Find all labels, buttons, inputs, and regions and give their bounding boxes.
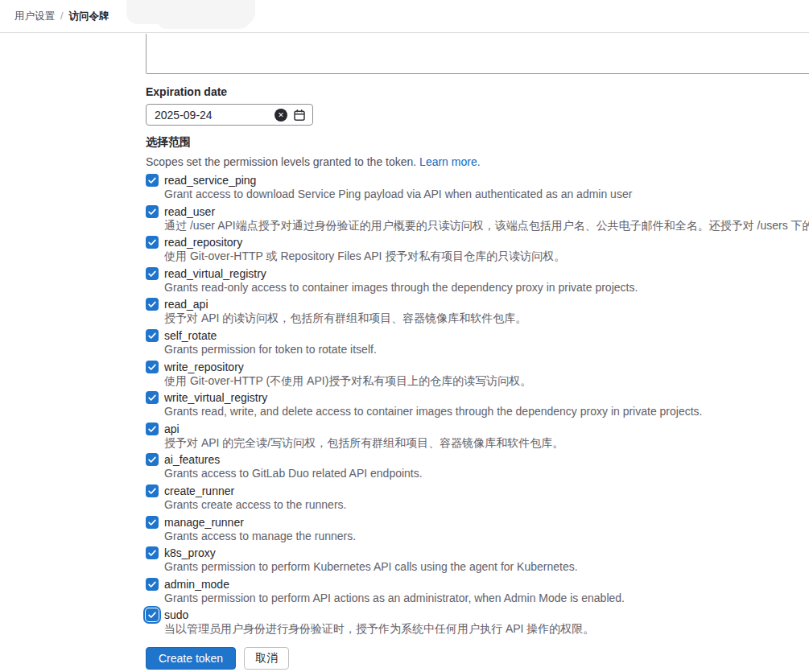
checkmark-icon [147, 424, 157, 434]
scope-row: create_runner Grants create access to th… [146, 484, 809, 513]
scope-row: read_user 通过 /user API端点授予对通过身份验证的用户概要的只… [146, 204, 809, 233]
scope-name[interactable]: read_api [164, 297, 208, 311]
scope-description: 授予对 API 的完全读/写访问权，包括所有群组和项目、容器镜像库和软件包库。 [164, 436, 809, 451]
expiration-date-input[interactable]: 2025-09-24 ✕ [146, 104, 313, 126]
learn-more-link[interactable]: Learn more. [419, 155, 480, 168]
scope-checkbox[interactable] [146, 267, 159, 280]
scope-checkbox[interactable] [146, 453, 159, 466]
scope-name[interactable]: self_rotate [164, 328, 217, 343]
scope-description: 通过 /user API端点授予对通过身份验证的用户概要的只读访问权，该端点包括… [164, 219, 809, 233]
scope-name[interactable]: write_repository [164, 360, 244, 374]
checkmark-icon [147, 175, 157, 185]
scope-name[interactable]: create_runner [164, 484, 234, 498]
scope-description: Grants read, write, and delete access to… [164, 405, 809, 419]
scope-description: Grants permission for token to rotate it… [164, 343, 809, 357]
scope-row: read_api 授予对 API 的读访问权，包括所有群组和项目、容器镜像库和软… [146, 297, 809, 326]
scopes-title: 选择范围 [146, 135, 809, 150]
scope-description: Grants access to GitLab Duo related API … [164, 467, 809, 481]
cancel-button[interactable]: 取消 [244, 647, 289, 670]
scopes-hint-text: Scopes set the permission levels granted… [146, 155, 419, 168]
scopes-hint: Scopes set the permission levels granted… [146, 155, 809, 169]
redacted-area [158, 0, 253, 29]
scope-description: 使用 Git-over-HTTP (不使用 API)授予对私有项目上的仓库的读写… [164, 374, 809, 389]
scope-checkbox[interactable] [146, 546, 159, 559]
scope-name[interactable]: read_repository [164, 235, 242, 249]
scope-row: ai_features Grants access to GitLab Duo … [146, 452, 809, 481]
expiration-date-value[interactable]: 2025-09-24 [155, 109, 274, 122]
scope-row: api 授予对 API 的完全读/写访问权，包括所有群组和项目、容器镜像库和软件… [146, 422, 809, 451]
scope-checkbox[interactable] [146, 484, 159, 497]
scope-description: Grants permission to perform API actions… [164, 592, 809, 606]
scope-name[interactable]: admin_mode [164, 577, 229, 592]
scope-name[interactable]: k8s_proxy [164, 546, 216, 560]
expiration-date-label: Expiration date [146, 85, 227, 98]
scope-description: Grants permission to perform Kubernetes … [164, 560, 809, 575]
scope-row: write_repository 使用 Git-over-HTTP (不使用 A… [146, 360, 809, 389]
scope-name[interactable]: read_user [164, 204, 215, 219]
scope-name[interactable]: api [164, 422, 180, 436]
checkmark-icon [147, 548, 157, 558]
breadcrumb-access-tokens: 访问令牌 [68, 10, 109, 23]
form-actions: Create token 取消 [146, 647, 289, 670]
scope-row: manage_runner Grants access to manage th… [146, 515, 809, 544]
scope-checkbox[interactable] [146, 329, 159, 342]
checkmark-icon [147, 486, 157, 496]
scope-checkbox[interactable] [146, 608, 159, 621]
checkmark-icon [147, 207, 157, 216]
scope-checkbox[interactable] [146, 516, 159, 529]
scope-description: Grants access to manage the runners. [164, 530, 809, 544]
scope-name[interactable]: read_virtual_registry [164, 266, 266, 281]
scope-row: admin_mode Grants permission to perform … [146, 577, 809, 606]
checkmark-icon [147, 269, 157, 278]
scope-row: read_repository 使用 Git-over-HTTP 或 Repos… [146, 235, 809, 264]
scope-name[interactable]: sudo [164, 608, 188, 622]
scope-checkbox[interactable] [146, 205, 159, 218]
breadcrumb-bar: 用户设置 / 访问令牌 [0, 0, 809, 33]
clear-date-icon[interactable]: ✕ [274, 109, 287, 122]
scope-description: 授予对 API 的读访问权，包括所有群组和项目、容器镜像库和软件包库。 [164, 311, 809, 326]
scope-checkbox[interactable] [146, 361, 159, 373]
scope-checkbox[interactable] [146, 298, 159, 311]
scope-name[interactable]: manage_runner [164, 515, 244, 530]
scope-row: k8s_proxy Grants permission to perform K… [146, 546, 809, 575]
scopes-list: read_service_ping Grant access to downlo… [146, 173, 809, 637]
checkmark-icon [147, 237, 157, 247]
scope-name[interactable]: write_virtual_registry [164, 390, 267, 405]
scope-checkbox[interactable] [146, 423, 159, 435]
scope-name[interactable]: ai_features [164, 452, 220, 467]
checkmark-icon [147, 579, 157, 589]
scope-row: read_service_ping Grant access to downlo… [146, 173, 809, 202]
scope-name[interactable]: read_service_ping [164, 173, 256, 188]
checkmark-icon [147, 331, 157, 340]
scope-checkbox[interactable] [146, 391, 159, 404]
scope-description: 当以管理员用户身份进行身份验证时，授予作为系统中任何用户执行 API 操作的权限… [164, 622, 809, 637]
scope-description: 使用 Git-over-HTTP 或 Repository Files API … [164, 249, 809, 264]
scope-checkbox[interactable] [146, 578, 159, 591]
scopes-section: 选择范围 Scopes set the permission levels gr… [146, 135, 809, 639]
breadcrumb-user-settings[interactable]: 用户设置 [14, 10, 55, 23]
checkmark-icon [147, 362, 157, 372]
scope-row: self_rotate Grants permission for token … [146, 328, 809, 357]
scope-checkbox[interactable] [146, 236, 159, 249]
scope-description: Grants create access to the runners. [164, 498, 809, 513]
scope-row: sudo 当以管理员用户身份进行身份验证时，授予作为系统中任何用户执行 API … [146, 608, 809, 637]
checkmark-icon [147, 610, 157, 620]
scope-checkbox[interactable] [146, 174, 159, 187]
token-description-textarea[interactable] [146, 34, 809, 74]
checkmark-icon [147, 299, 157, 309]
breadcrumb-separator: / [60, 10, 63, 22]
scope-description: Grant access to download Service Ping pa… [164, 188, 809, 202]
create-token-button[interactable]: Create token [146, 647, 236, 670]
checkmark-icon [147, 393, 157, 402]
scope-description: Grants read-only access to container ima… [164, 281, 809, 295]
checkmark-icon [147, 517, 157, 527]
scope-row: write_virtual_registry Grants read, writ… [146, 390, 809, 419]
checkmark-icon [147, 455, 157, 464]
calendar-icon[interactable] [293, 109, 306, 122]
scope-row: read_virtual_registry Grants read-only a… [146, 266, 809, 295]
